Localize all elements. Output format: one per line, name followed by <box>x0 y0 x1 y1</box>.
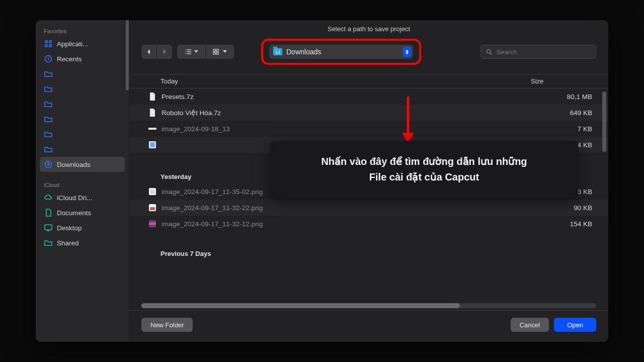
save-dialog-window: Favorites Applicati... Recents <box>36 20 608 342</box>
file-row[interactable]: image_2024-09-17_11-32-12.png 154 KB <box>129 216 608 232</box>
sidebar-item-folder[interactable] <box>36 81 129 97</box>
annotation-text-line2: File cài đặt của Capcut <box>284 169 564 185</box>
file-name: Presets.7z <box>162 93 531 101</box>
svg-rect-6 <box>216 52 218 54</box>
sidebar-item-label: Applicati... <box>57 40 88 48</box>
folder-icon <box>44 130 53 139</box>
folder-icon <box>44 100 53 109</box>
sidebar-item-desktop[interactable]: Desktop <box>36 220 129 235</box>
updown-arrows-icon <box>403 47 411 57</box>
path-selector-label: Downloads <box>286 48 399 56</box>
search-icon <box>486 48 493 55</box>
file-size: 90 KB <box>531 204 596 212</box>
new-folder-button[interactable]: New Folder <box>141 318 193 332</box>
search-field[interactable] <box>480 45 596 59</box>
column-name-header[interactable]: Today <box>141 77 531 85</box>
path-selector[interactable]: Downloads <box>269 45 413 59</box>
sidebar-item-applications[interactable]: Applicati... <box>36 36 129 51</box>
folder-icon <box>44 84 53 94</box>
sidebar: Favorites Applicati... Recents <box>36 20 129 342</box>
sidebar-item-icloud-drive[interactable]: iCloud Dri... <box>36 190 129 205</box>
image-icon <box>148 204 156 212</box>
file-icon <box>148 93 156 101</box>
horizontal-scrollbar[interactable] <box>141 303 596 308</box>
svg-rect-16 <box>149 223 156 225</box>
view-button-group <box>177 45 234 59</box>
sidebar-scrollbar[interactable] <box>126 20 129 90</box>
window-title: Select a path to save project <box>129 20 608 39</box>
svg-rect-8 <box>148 128 156 130</box>
forward-button[interactable] <box>157 45 172 59</box>
group-view-button[interactable] <box>206 45 234 59</box>
svg-rect-10 <box>150 142 155 147</box>
sidebar-item-folder[interactable] <box>36 142 129 157</box>
nav-button-group <box>141 45 172 59</box>
file-size: 649 KB <box>531 109 596 117</box>
file-row[interactable]: image_2024-09-18_13 7 KB <box>129 121 608 137</box>
svg-rect-3 <box>213 49 215 51</box>
cancel-button[interactable]: Cancel <box>511 318 549 332</box>
file-list-scrollbar[interactable] <box>602 92 606 152</box>
sidebar-item-documents[interactable]: Documents <box>36 205 129 220</box>
sidebar-item-label: Shared <box>57 239 79 247</box>
search-input[interactable] <box>497 48 591 56</box>
sidebar-item-recents[interactable]: Recents <box>36 51 129 66</box>
folder-icon <box>44 115 53 124</box>
image-icon <box>148 220 156 228</box>
toolbar: Downloads <box>129 39 608 74</box>
svg-point-7 <box>487 49 491 53</box>
file-row[interactable]: image_2024-09-17_11-32-22.png 90 KB <box>129 200 608 216</box>
clock-icon <box>44 54 53 63</box>
file-name: image_2024-09-18_13 <box>162 125 531 133</box>
file-name: Roboto Việt Hóa.7z <box>162 109 531 117</box>
list-view-button[interactable] <box>177 45 205 59</box>
annotation-callout: Nhấn vào đây để tìm đường dẫn lưu những … <box>270 141 578 198</box>
file-size: 80,1 MB <box>531 93 596 101</box>
sidebar-item-downloads[interactable]: Downloads <box>40 157 125 172</box>
file-name: image_2024-09-17_11-32-12.png <box>162 220 531 228</box>
svg-rect-12 <box>150 189 155 194</box>
annotation-text-line1: Nhấn vào đây để tìm đường dẫn lưu những <box>284 154 564 169</box>
bottom-bar: New Folder Cancel Open <box>129 310 608 342</box>
folder-icon <box>44 69 53 78</box>
sidebar-heading-favorites: Favorites <box>36 25 129 36</box>
file-size: 154 KB <box>531 220 596 228</box>
image-icon <box>148 188 156 196</box>
file-row[interactable]: Presets.7z 80,1 MB <box>129 88 608 105</box>
apps-icon <box>44 39 53 48</box>
sidebar-item-label: Desktop <box>57 224 82 232</box>
svg-rect-14 <box>150 207 155 210</box>
cloud-icon <box>44 193 53 202</box>
sidebar-item-folder[interactable] <box>36 97 129 112</box>
file-size: 7 KB <box>531 125 596 133</box>
shared-folder-icon <box>44 238 53 247</box>
svg-rect-4 <box>216 49 218 51</box>
annotation-highlight-box: Downloads <box>261 39 421 65</box>
image-icon <box>148 125 156 133</box>
sidebar-item-label: Downloads <box>57 161 91 168</box>
sidebar-heading-icloud: iCloud <box>36 179 129 190</box>
file-icon <box>148 109 156 117</box>
doc-icon <box>44 208 53 217</box>
downloads-folder-icon <box>273 48 282 55</box>
file-name: image_2024-09-17_11-32-22.png <box>162 204 531 212</box>
desktop-icon <box>44 223 53 232</box>
image-icon <box>148 141 156 149</box>
download-icon <box>44 160 53 169</box>
back-button[interactable] <box>141 45 156 59</box>
folder-icon <box>44 145 53 154</box>
sidebar-item-folder[interactable] <box>36 127 129 142</box>
sidebar-item-label: Recents <box>57 55 82 63</box>
column-header: Today Size <box>129 74 608 88</box>
sidebar-item-shared[interactable]: Shared <box>36 235 129 250</box>
open-button[interactable]: Open <box>554 318 596 332</box>
svg-rect-2 <box>45 225 52 230</box>
sidebar-item-label: iCloud Dri... <box>57 194 93 202</box>
column-size-header[interactable]: Size <box>531 77 596 85</box>
svg-rect-5 <box>213 52 215 54</box>
group-label-previous: Previous 7 Days <box>129 243 608 260</box>
file-row[interactable]: Roboto Việt Hóa.7z 649 KB <box>129 105 608 121</box>
sidebar-item-folder[interactable] <box>36 112 129 127</box>
sidebar-item-folder[interactable] <box>36 66 129 81</box>
sidebar-item-label: Documents <box>57 209 91 217</box>
